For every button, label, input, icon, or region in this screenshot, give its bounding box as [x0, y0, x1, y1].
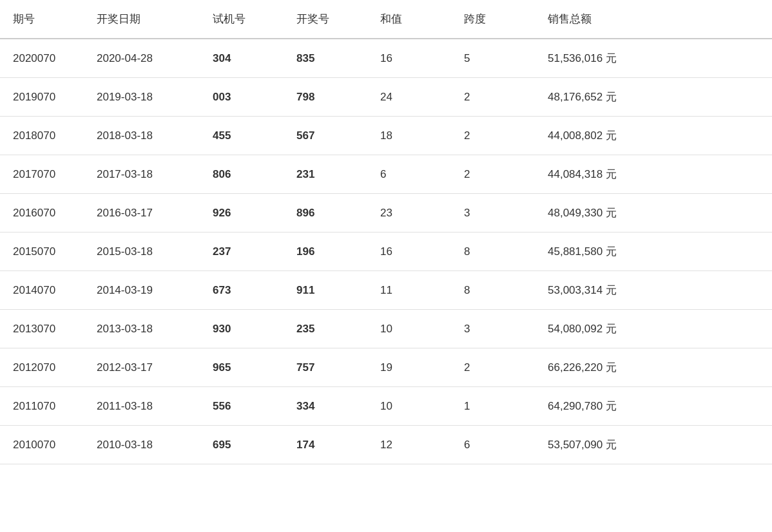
cell-sales: 64,290,780 元: [535, 387, 772, 426]
cell-qihao: 2019070: [0, 78, 84, 117]
cell-sales: 44,084,318 元: [535, 155, 772, 194]
cell-hezhi: 24: [367, 78, 451, 117]
cell-hezhi: 11: [367, 271, 451, 310]
cell-kuadu: 3: [451, 310, 535, 348]
cell-kuadu: 5: [451, 39, 535, 78]
cell-kuadu: 2: [451, 78, 535, 117]
cell-kaijang: 231: [284, 155, 367, 194]
cell-kaijang: 235: [284, 310, 367, 348]
cell-kaijang: 196: [284, 233, 367, 271]
cell-shiji: 673: [200, 271, 284, 310]
cell-hezhi: 19: [367, 348, 451, 387]
table-row: 20180702018-03-1845556718244,008,802 元: [0, 117, 772, 155]
cell-kaijang: 567: [284, 117, 367, 155]
cell-date: 2013-03-18: [84, 310, 200, 348]
cell-kaijang: 757: [284, 348, 367, 387]
table-row: 20160702016-03-1792689623348,049,330 元: [0, 194, 772, 233]
cell-date: 2011-03-18: [84, 387, 200, 426]
header-date: 开奖日期: [84, 0, 200, 39]
cell-date: 2018-03-18: [84, 117, 200, 155]
cell-sales: 45,881,580 元: [535, 233, 772, 271]
table-header: 期号 开奖日期 试机号 开奖号 和值 跨度 销售总额: [0, 0, 772, 39]
table-row: 20100702010-03-1869517412653,507,090 元: [0, 426, 772, 464]
cell-kuadu: 2: [451, 348, 535, 387]
cell-hezhi: 16: [367, 233, 451, 271]
cell-shiji: 695: [200, 426, 284, 464]
cell-date: 2015-03-18: [84, 233, 200, 271]
cell-date: 2019-03-18: [84, 78, 200, 117]
header-hezhi: 和值: [367, 0, 451, 39]
cell-kuadu: 2: [451, 155, 535, 194]
cell-sales: 53,507,090 元: [535, 426, 772, 464]
cell-kaijang: 174: [284, 426, 367, 464]
cell-hezhi: 18: [367, 117, 451, 155]
cell-sales: 48,176,652 元: [535, 78, 772, 117]
table-row: 20130702013-03-1893023510354,080,092 元: [0, 310, 772, 348]
cell-qihao: 2010070: [0, 426, 84, 464]
cell-kuadu: 1: [451, 387, 535, 426]
table-row: 20120702012-03-1796575719266,226,220 元: [0, 348, 772, 387]
cell-qihao: 2014070: [0, 271, 84, 310]
cell-shiji: 304: [200, 39, 284, 78]
cell-hezhi: 10: [367, 387, 451, 426]
cell-hezhi: 23: [367, 194, 451, 233]
cell-sales: 48,049,330 元: [535, 194, 772, 233]
cell-sales: 44,008,802 元: [535, 117, 772, 155]
cell-qihao: 2012070: [0, 348, 84, 387]
cell-hezhi: 10: [367, 310, 451, 348]
cell-kaijang: 896: [284, 194, 367, 233]
header-kuadu: 跨度: [451, 0, 535, 39]
cell-date: 2012-03-17: [84, 348, 200, 387]
cell-qihao: 2017070: [0, 155, 84, 194]
cell-hezhi: 16: [367, 39, 451, 78]
cell-date: 2016-03-17: [84, 194, 200, 233]
cell-qihao: 2018070: [0, 117, 84, 155]
cell-shiji: 556: [200, 387, 284, 426]
cell-shiji: 926: [200, 194, 284, 233]
lottery-table-container: 期号 开奖日期 试机号 开奖号 和值 跨度 销售总额 20200702020-0…: [0, 0, 772, 464]
cell-hezhi: 12: [367, 426, 451, 464]
cell-date: 2014-03-19: [84, 271, 200, 310]
cell-kuadu: 8: [451, 233, 535, 271]
cell-kaijang: 835: [284, 39, 367, 78]
cell-shiji: 965: [200, 348, 284, 387]
cell-date: 2017-03-18: [84, 155, 200, 194]
table-row: 20110702011-03-1855633410164,290,780 元: [0, 387, 772, 426]
header-row: 期号 开奖日期 试机号 开奖号 和值 跨度 销售总额: [0, 0, 772, 39]
cell-kaijang: 334: [284, 387, 367, 426]
cell-qihao: 2011070: [0, 387, 84, 426]
cell-sales: 51,536,016 元: [535, 39, 772, 78]
cell-qihao: 2020070: [0, 39, 84, 78]
table-row: 20150702015-03-1823719616845,881,580 元: [0, 233, 772, 271]
cell-kuadu: 8: [451, 271, 535, 310]
cell-hezhi: 6: [367, 155, 451, 194]
cell-qihao: 2015070: [0, 233, 84, 271]
lottery-table: 期号 开奖日期 试机号 开奖号 和值 跨度 销售总额 20200702020-0…: [0, 0, 772, 464]
cell-kaijang: 798: [284, 78, 367, 117]
cell-kuadu: 6: [451, 426, 535, 464]
header-kaijang: 开奖号: [284, 0, 367, 39]
cell-shiji: 237: [200, 233, 284, 271]
header-sales: 销售总额: [535, 0, 772, 39]
cell-kaijang: 911: [284, 271, 367, 310]
cell-kuadu: 3: [451, 194, 535, 233]
cell-sales: 66,226,220 元: [535, 348, 772, 387]
cell-shiji: 003: [200, 78, 284, 117]
cell-shiji: 806: [200, 155, 284, 194]
cell-date: 2010-03-18: [84, 426, 200, 464]
header-shiji: 试机号: [200, 0, 284, 39]
table-row: 20140702014-03-1967391111853,003,314 元: [0, 271, 772, 310]
cell-qihao: 2016070: [0, 194, 84, 233]
cell-qihao: 2013070: [0, 310, 84, 348]
cell-date: 2020-04-28: [84, 39, 200, 78]
cell-sales: 54,080,092 元: [535, 310, 772, 348]
table-row: 20200702020-04-2830483516551,536,016 元: [0, 39, 772, 78]
table-row: 20170702017-03-188062316244,084,318 元: [0, 155, 772, 194]
header-qihao: 期号: [0, 0, 84, 39]
cell-kuadu: 2: [451, 117, 535, 155]
table-body: 20200702020-04-2830483516551,536,016 元20…: [0, 39, 772, 464]
cell-sales: 53,003,314 元: [535, 271, 772, 310]
table-row: 20190702019-03-1800379824248,176,652 元: [0, 78, 772, 117]
cell-shiji: 455: [200, 117, 284, 155]
cell-shiji: 930: [200, 310, 284, 348]
